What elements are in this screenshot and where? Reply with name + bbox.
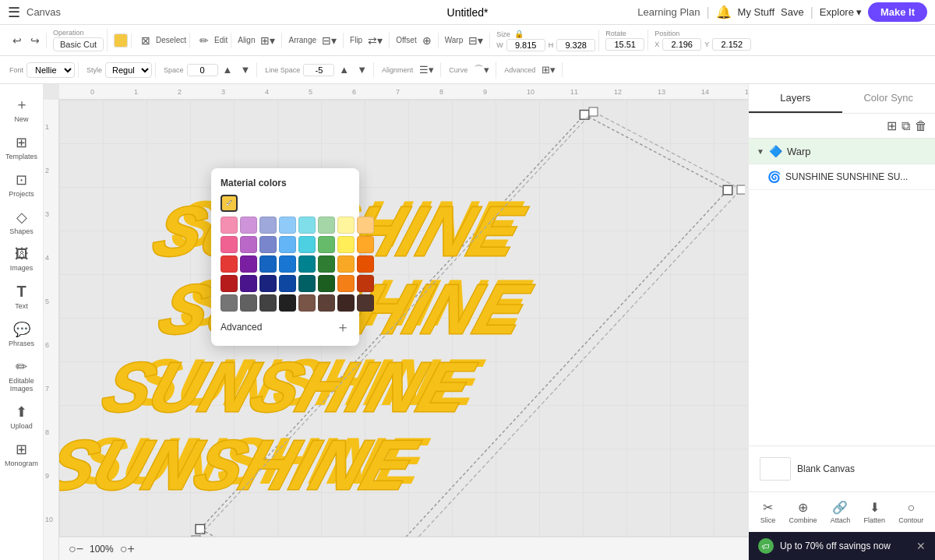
color-cell[interactable]: [221, 236, 238, 253]
color-cell[interactable]: [240, 294, 257, 312]
color-cell[interactable]: [357, 255, 374, 273]
linespace-up[interactable]: ▲: [336, 62, 352, 77]
promo-close-button[interactable]: ✕: [916, 540, 926, 552]
height-input[interactable]: [556, 39, 595, 51]
sidebar-item-templates[interactable]: ⊞ Templates: [2, 129, 41, 165]
redo-button[interactable]: ↪: [27, 33, 43, 48]
color-cell[interactable]: [221, 275, 238, 292]
color-cell[interactable]: [221, 294, 238, 312]
font-family-select[interactable]: Nellie: [26, 62, 75, 78]
slice-tool[interactable]: ✂ Slice: [756, 497, 781, 527]
panel-group-button[interactable]: ⊞: [887, 118, 897, 133]
advanced-colors-label[interactable]: Advanced: [221, 322, 262, 333]
sidebar-item-editable-images[interactable]: ✏ Editable Images: [2, 354, 41, 397]
space-up[interactable]: ▲: [220, 62, 236, 77]
color-cell[interactable]: [221, 217, 238, 234]
color-cell[interactable]: [259, 217, 277, 234]
color-cell[interactable]: [337, 255, 355, 273]
sidebar-item-projects[interactable]: ⊡ Projects: [2, 167, 41, 203]
attach-tool[interactable]: 🔗 Attach: [826, 497, 856, 527]
sidebar-item-images[interactable]: 🖼 Images: [2, 241, 41, 276]
warp-button[interactable]: ⊟▾: [465, 33, 486, 48]
sidebar-item-upload[interactable]: ⬆ Upload: [2, 399, 41, 435]
color-cell[interactable]: [240, 255, 257, 273]
color-cell[interactable]: [357, 217, 374, 234]
color-cell[interactable]: [259, 255, 277, 273]
color-cell[interactable]: [318, 294, 335, 312]
layer-item-sunshine[interactable]: 🌀 SUNSHINE SUNSHINE SU...: [749, 164, 935, 190]
zoom-in-button[interactable]: ○+: [120, 542, 135, 556]
canvas-area[interactable]: 0 1 2 3 4 5 6 7 8 9 10 11 12 13 14 15 1 …: [44, 84, 748, 560]
space-down[interactable]: ▼: [237, 62, 253, 77]
color-cell[interactable]: [298, 294, 316, 312]
color-cell[interactable]: [259, 236, 277, 253]
offset-button[interactable]: ⊕: [419, 33, 435, 48]
color-cell[interactable]: [240, 236, 257, 253]
add-color-button[interactable]: ＋: [336, 318, 350, 336]
flip-button[interactable]: ⇄▾: [365, 33, 386, 48]
undo-button[interactable]: ↩: [9, 33, 25, 48]
linespace-down[interactable]: ▼: [354, 62, 370, 77]
color-cell[interactable]: [279, 217, 296, 234]
edit-button[interactable]: ✏: [196, 33, 212, 48]
handle-br[interactable]: [723, 185, 732, 195]
operation-dropdown[interactable]: Basic Cut: [53, 37, 104, 51]
color-cell[interactable]: [357, 275, 374, 292]
arrange-button[interactable]: ⊟▾: [319, 33, 340, 48]
color-cell[interactable]: [337, 294, 355, 312]
color-cell[interactable]: [318, 217, 335, 234]
make-it-button[interactable]: Make It: [868, 2, 927, 22]
selected-color-swatch[interactable]: ✓: [221, 195, 238, 212]
handle-bl[interactable]: [196, 525, 205, 534]
y-input[interactable]: [712, 38, 751, 51]
color-cell[interactable]: [279, 236, 296, 253]
color-cell[interactable]: [279, 275, 296, 292]
color-cell[interactable]: [357, 236, 374, 253]
flatten-tool[interactable]: ⬇ Flatten: [859, 497, 890, 527]
color-cell[interactable]: [259, 275, 277, 292]
width-input[interactable]: [506, 39, 545, 51]
deselect-button[interactable]: ⊠: [138, 33, 153, 48]
advanced-button[interactable]: ⊞▾: [538, 62, 559, 77]
color-cell[interactable]: [240, 275, 257, 292]
font-style-select[interactable]: Regul: [105, 62, 152, 78]
tab-color-sync[interactable]: Color Sync: [842, 84, 936, 113]
contour-tool[interactable]: ○ Contour: [894, 498, 928, 527]
sidebar-item-monogram[interactable]: ⊞ Monogram: [2, 436, 41, 472]
color-cell[interactable]: [240, 217, 257, 234]
sidebar-item-new[interactable]: ＋ New: [2, 90, 41, 128]
color-cell[interactable]: [337, 217, 355, 234]
color-cell[interactable]: [298, 275, 316, 292]
rotate-input[interactable]: [605, 38, 644, 51]
alignment-button[interactable]: ☰▾: [416, 62, 437, 77]
panel-delete-button[interactable]: 🗑: [915, 119, 927, 133]
curve-button[interactable]: ⌒▾: [471, 62, 492, 79]
my-stuff-link[interactable]: My Stuff: [738, 6, 774, 18]
x-input[interactable]: [662, 38, 701, 51]
layer-group-warp[interactable]: ▼ 🔷 Warp: [749, 139, 935, 164]
combine-tool[interactable]: ⊕ Combine: [784, 497, 821, 527]
color-cell[interactable]: [298, 236, 316, 253]
sidebar-item-shapes[interactable]: ◇ Shapes: [2, 204, 41, 240]
color-cell[interactable]: [318, 275, 335, 292]
color-cell[interactable]: [357, 294, 374, 312]
explore-button[interactable]: Explore ▾: [820, 6, 862, 18]
panel-copy-button[interactable]: ⧉: [901, 119, 910, 133]
color-cell[interactable]: [337, 236, 355, 253]
color-cell[interactable]: [279, 255, 296, 273]
color-cell[interactable]: [279, 294, 296, 312]
handle-tr[interactable]: [580, 111, 589, 120]
align-button[interactable]: ⊞▾: [257, 33, 278, 48]
notification-icon[interactable]: 🔔: [716, 5, 732, 19]
color-cell[interactable]: [318, 255, 335, 273]
zoom-out-button[interactable]: ○−: [69, 542, 83, 556]
color-cell[interactable]: [337, 275, 355, 292]
space-input[interactable]: [187, 64, 218, 76]
save-button[interactable]: Save: [781, 6, 804, 18]
sidebar-item-text[interactable]: T Text: [2, 278, 41, 315]
linespace-input[interactable]: [303, 64, 334, 76]
sidebar-item-phrases[interactable]: 💬 Phrases: [2, 316, 41, 352]
menu-icon[interactable]: ☰: [8, 4, 20, 21]
tab-layers[interactable]: Layers: [749, 84, 842, 113]
color-cell[interactable]: [318, 236, 335, 253]
